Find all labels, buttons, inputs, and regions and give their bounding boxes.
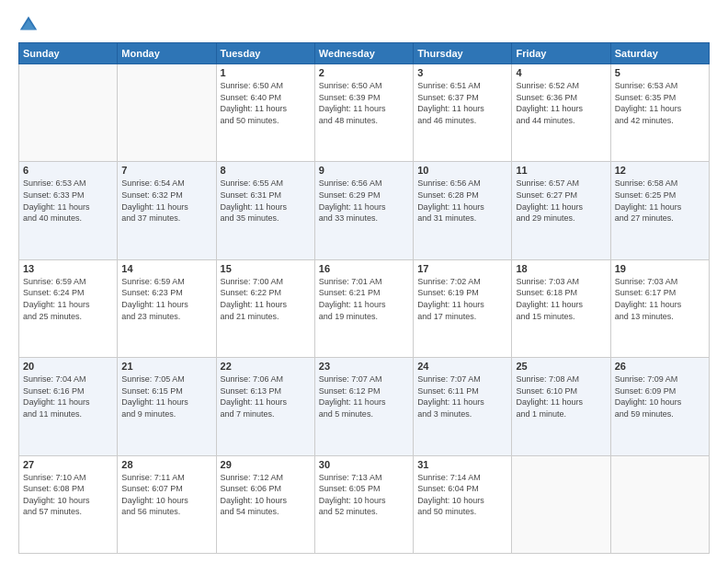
day-info: Sunrise: 6:58 AM Sunset: 6:25 PM Dayligh… (615, 178, 705, 224)
day-number: 22 (221, 361, 311, 372)
day-number: 28 (121, 459, 211, 470)
calendar-day-cell: 12Sunrise: 6:58 AM Sunset: 6:25 PM Dayli… (610, 162, 709, 259)
weekday-header-saturday: Saturday (610, 43, 709, 64)
calendar-day-cell (118, 64, 216, 162)
header (18, 15, 710, 35)
calendar-day-cell: 29Sunrise: 7:12 AM Sunset: 6:06 PM Dayli… (216, 455, 314, 553)
day-number: 19 (615, 263, 705, 274)
calendar-day-cell: 4Sunrise: 6:52 AM Sunset: 6:36 PM Daylig… (512, 64, 610, 162)
weekday-header-wednesday: Wednesday (314, 43, 413, 64)
day-info: Sunrise: 6:56 AM Sunset: 6:29 PM Dayligh… (319, 178, 409, 224)
day-number: 27 (23, 459, 113, 470)
day-number: 9 (319, 165, 409, 176)
day-info: Sunrise: 7:06 AM Sunset: 6:13 PM Dayligh… (221, 373, 311, 419)
day-info: Sunrise: 6:50 AM Sunset: 6:40 PM Dayligh… (221, 80, 311, 126)
day-info: Sunrise: 7:03 AM Sunset: 6:17 PM Dayligh… (615, 276, 705, 322)
day-info: Sunrise: 6:50 AM Sunset: 6:39 PM Dayligh… (319, 80, 409, 126)
calendar-day-cell: 31Sunrise: 7:14 AM Sunset: 6:04 PM Dayli… (414, 455, 512, 553)
day-info: Sunrise: 7:04 AM Sunset: 6:16 PM Dayligh… (23, 373, 113, 419)
logo (18, 15, 42, 35)
day-number: 4 (516, 67, 606, 78)
calendar-day-cell (610, 455, 709, 553)
day-number: 23 (319, 361, 409, 372)
day-number: 17 (417, 263, 507, 274)
day-number: 3 (417, 67, 507, 78)
calendar-day-cell: 16Sunrise: 7:01 AM Sunset: 6:21 PM Dayli… (314, 259, 413, 357)
calendar-day-cell: 19Sunrise: 7:03 AM Sunset: 6:17 PM Dayli… (610, 259, 709, 357)
calendar-day-cell: 21Sunrise: 7:05 AM Sunset: 6:15 PM Dayli… (118, 358, 216, 455)
day-number: 14 (121, 263, 211, 274)
calendar-day-cell: 6Sunrise: 6:53 AM Sunset: 6:33 PM Daylig… (19, 162, 118, 259)
calendar-day-cell: 8Sunrise: 6:55 AM Sunset: 6:31 PM Daylig… (216, 162, 314, 259)
calendar-week-row: 27Sunrise: 7:10 AM Sunset: 6:08 PM Dayli… (19, 455, 710, 553)
day-info: Sunrise: 7:11 AM Sunset: 6:07 PM Dayligh… (121, 472, 211, 518)
day-number: 8 (221, 165, 311, 176)
calendar-week-row: 6Sunrise: 6:53 AM Sunset: 6:33 PM Daylig… (19, 162, 710, 259)
calendar-day-cell: 5Sunrise: 6:53 AM Sunset: 6:35 PM Daylig… (610, 64, 709, 162)
day-number: 25 (516, 361, 606, 372)
day-info: Sunrise: 6:52 AM Sunset: 6:36 PM Dayligh… (516, 80, 606, 126)
day-info: Sunrise: 6:57 AM Sunset: 6:27 PM Dayligh… (516, 178, 606, 224)
day-info: Sunrise: 7:00 AM Sunset: 6:22 PM Dayligh… (221, 276, 311, 322)
day-info: Sunrise: 7:14 AM Sunset: 6:04 PM Dayligh… (417, 472, 507, 518)
day-info: Sunrise: 7:07 AM Sunset: 6:11 PM Dayligh… (417, 373, 507, 419)
day-number: 30 (319, 459, 409, 470)
day-info: Sunrise: 7:02 AM Sunset: 6:19 PM Dayligh… (417, 276, 507, 322)
page: SundayMondayTuesdayWednesdayThursdayFrid… (0, 0, 728, 563)
day-info: Sunrise: 7:08 AM Sunset: 6:10 PM Dayligh… (516, 373, 606, 419)
calendar-day-cell (19, 64, 118, 162)
weekday-header-sunday: Sunday (19, 43, 118, 64)
day-number: 26 (615, 361, 705, 372)
day-number: 15 (221, 263, 311, 274)
calendar-day-cell: 25Sunrise: 7:08 AM Sunset: 6:10 PM Dayli… (512, 358, 610, 455)
day-info: Sunrise: 7:01 AM Sunset: 6:21 PM Dayligh… (319, 276, 409, 322)
day-info: Sunrise: 6:53 AM Sunset: 6:33 PM Dayligh… (23, 178, 113, 224)
calendar-day-cell: 15Sunrise: 7:00 AM Sunset: 6:22 PM Dayli… (216, 259, 314, 357)
day-number: 29 (221, 459, 311, 470)
day-info: Sunrise: 7:12 AM Sunset: 6:06 PM Dayligh… (221, 472, 311, 518)
calendar-day-cell: 30Sunrise: 7:13 AM Sunset: 6:05 PM Dayli… (314, 455, 413, 553)
day-number: 31 (417, 459, 507, 470)
calendar-day-cell: 7Sunrise: 6:54 AM Sunset: 6:32 PM Daylig… (118, 162, 216, 259)
calendar-day-cell: 24Sunrise: 7:07 AM Sunset: 6:11 PM Dayli… (414, 358, 512, 455)
calendar-day-cell: 27Sunrise: 7:10 AM Sunset: 6:08 PM Dayli… (19, 455, 118, 553)
day-number: 13 (23, 263, 113, 274)
calendar-day-cell: 28Sunrise: 7:11 AM Sunset: 6:07 PM Dayli… (118, 455, 216, 553)
calendar-day-cell: 9Sunrise: 6:56 AM Sunset: 6:29 PM Daylig… (314, 162, 413, 259)
calendar-day-cell: 23Sunrise: 7:07 AM Sunset: 6:12 PM Dayli… (314, 358, 413, 455)
day-info: Sunrise: 7:03 AM Sunset: 6:18 PM Dayligh… (516, 276, 606, 322)
day-info: Sunrise: 6:56 AM Sunset: 6:28 PM Dayligh… (417, 178, 507, 224)
weekday-header-row: SundayMondayTuesdayWednesdayThursdayFrid… (19, 43, 710, 64)
day-info: Sunrise: 6:55 AM Sunset: 6:31 PM Dayligh… (221, 178, 311, 224)
day-number: 20 (23, 361, 113, 372)
calendar-day-cell: 3Sunrise: 6:51 AM Sunset: 6:37 PM Daylig… (414, 64, 512, 162)
calendar-day-cell: 10Sunrise: 6:56 AM Sunset: 6:28 PM Dayli… (414, 162, 512, 259)
calendar-day-cell: 11Sunrise: 6:57 AM Sunset: 6:27 PM Dayli… (512, 162, 610, 259)
day-info: Sunrise: 7:07 AM Sunset: 6:12 PM Dayligh… (319, 373, 409, 419)
day-number: 6 (23, 165, 113, 176)
day-info: Sunrise: 6:51 AM Sunset: 6:37 PM Dayligh… (417, 80, 507, 126)
day-number: 24 (417, 361, 507, 372)
calendar-week-row: 1Sunrise: 6:50 AM Sunset: 6:40 PM Daylig… (19, 64, 710, 162)
day-info: Sunrise: 7:13 AM Sunset: 6:05 PM Dayligh… (319, 472, 409, 518)
calendar-day-cell: 13Sunrise: 6:59 AM Sunset: 6:24 PM Dayli… (19, 259, 118, 357)
day-info: Sunrise: 7:09 AM Sunset: 6:09 PM Dayligh… (615, 373, 705, 419)
calendar-day-cell (512, 455, 610, 553)
day-number: 16 (319, 263, 409, 274)
day-number: 1 (221, 67, 311, 78)
day-number: 21 (121, 361, 211, 372)
calendar-table: SundayMondayTuesdayWednesdayThursdayFrid… (18, 42, 710, 554)
day-number: 11 (516, 165, 606, 176)
day-number: 7 (121, 165, 211, 176)
calendar-day-cell: 14Sunrise: 6:59 AM Sunset: 6:23 PM Dayli… (118, 259, 216, 357)
calendar-day-cell: 18Sunrise: 7:03 AM Sunset: 6:18 PM Dayli… (512, 259, 610, 357)
day-info: Sunrise: 6:59 AM Sunset: 6:24 PM Dayligh… (23, 276, 113, 322)
calendar-day-cell: 26Sunrise: 7:09 AM Sunset: 6:09 PM Dayli… (610, 358, 709, 455)
weekday-header-tuesday: Tuesday (216, 43, 314, 64)
day-number: 12 (615, 165, 705, 176)
weekday-header-friday: Friday (512, 43, 610, 64)
calendar-day-cell: 22Sunrise: 7:06 AM Sunset: 6:13 PM Dayli… (216, 358, 314, 455)
day-info: Sunrise: 7:10 AM Sunset: 6:08 PM Dayligh… (23, 472, 113, 518)
day-number: 5 (615, 67, 705, 78)
weekday-header-monday: Monday (118, 43, 216, 64)
